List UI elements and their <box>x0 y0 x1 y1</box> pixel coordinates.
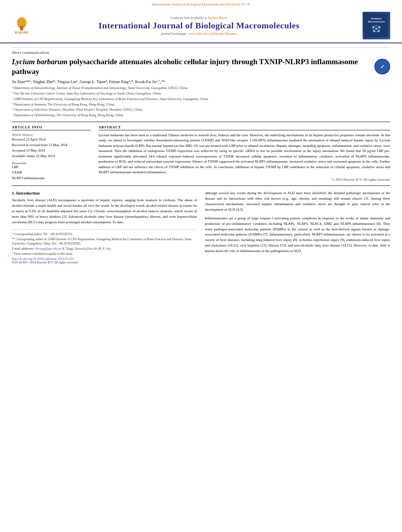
article-title: Lycium barbarum polysaccharide attenuate… <box>12 57 367 76</box>
biological-macromolecules-logo: Biological Macromolecules <box>365 14 388 37</box>
article-info-heading: ARTICLE INFO <box>12 125 91 130</box>
affiliation-d: ᵈ Department of Anatomy, The University … <box>12 102 390 107</box>
intro-number: 1. <box>12 191 15 195</box>
intro-title: 1. Introduction <box>12 191 197 195</box>
available-date: Available online 22 May 2014 <box>12 154 91 158</box>
journal-title: International Journal of Biological Macr… <box>35 20 363 31</box>
top-banner: International Journal of Biological Macr… <box>0 0 402 8</box>
article-content: Short communication Lycium barbarum poly… <box>0 43 402 268</box>
revised-date: Received in revised form 13 May 2014 <box>12 143 91 147</box>
affiliation-a: ᵃ Department of Immunobiology, Institute… <box>12 85 390 91</box>
main-body: 1. Introduction Alcoholic liver disease … <box>12 185 390 264</box>
affiliation-c: ᶜ GMH Institute of CNS Regeneration, Gua… <box>12 96 390 102</box>
affiliation-e: ᵉ Department of Infectious Diseases, She… <box>12 107 390 112</box>
svg-text:✓: ✓ <box>380 64 385 70</box>
journal-volume-info: International Journal of Biological Macr… <box>152 2 250 6</box>
journal-header-right: Biological Macromolecules <box>363 12 390 39</box>
svg-text:ELSEVIER: ELSEVIER <box>15 31 29 34</box>
body-col-right: although several key events during the d… <box>205 191 390 264</box>
email-label: E-mail addresses: <box>12 247 34 250</box>
homepage-url[interactable]: www.elsevier.com/locate/ijbiomac <box>188 32 237 35</box>
received-date: Received 22 April 2014 <box>12 137 91 141</box>
contents-line: Contents lists available at ScienceDirec… <box>35 16 363 20</box>
copyright-line: © 2014 Elsevier B.V. All rights reserved… <box>99 178 390 182</box>
accepted-date: Accepted 15 May 2014 <box>12 148 91 152</box>
keywords-section: Keywords: LBP TXNIP NLRP3 inflammasome <box>12 161 91 180</box>
email1-person: F. Xing <box>63 247 72 250</box>
footnote-note1: ¹ These authors contributed equally to t… <box>12 252 197 256</box>
journal-header-center: Contents lists available at ScienceDirec… <box>35 16 363 35</box>
page-wrapper: International Journal of Biological Macr… <box>0 0 402 532</box>
affiliation-f: ᶠ Department of Ophthalmology, The Unive… <box>12 113 390 118</box>
intro-label: Introduction <box>16 191 40 195</box>
abstract-col: ABSTRACT Lycium barbarum has been used a… <box>99 125 390 182</box>
homepage-text: journal homepage: <box>161 32 187 35</box>
footnotes: * Corresponding author. Tel.: +86 20 852… <box>12 229 197 264</box>
intro-paragraph2: although several key events during the d… <box>205 191 390 213</box>
title-area: Lycium barbarum polysaccharide attenuate… <box>12 57 390 76</box>
article-title-italic: Lycium barbarum <box>12 57 67 66</box>
crossmark-icon: ✓ <box>375 59 390 74</box>
footnote-corresponding1: * Corresponding author. Tel.: +86 20 852… <box>12 232 197 236</box>
journal-header-left: ELSEVIER <box>8 16 35 35</box>
affiliations: ᵃ Department of Immunobiology, Institute… <box>12 85 390 118</box>
sciencedirect-link[interactable]: ScienceDirect <box>208 16 227 20</box>
journal-header: ELSEVIER Contents lists available at Sci… <box>0 8 402 43</box>
svg-rect-2 <box>20 26 23 30</box>
affiliation-b: ᵇ Sun Yat-sen University Cancer Center, … <box>12 91 390 96</box>
article-info-col: ARTICLE INFO Article history: Received 2… <box>12 125 91 182</box>
keyword-lbp: LBP <box>12 165 91 169</box>
intro-paragraph1: Alcoholic liver disease (ALD) encompasse… <box>12 198 197 225</box>
elsevier-logo: ELSEVIER <box>8 16 35 35</box>
email2-person: K.-F. So <box>99 247 110 250</box>
body-col-left: 1. Introduction Alcoholic liver disease … <box>12 191 197 264</box>
authors: Jia Xiaoᵃᵈᵉ¹, Yinghui Zhuᵇ¹, Yingxia Liu… <box>12 80 390 84</box>
abstract-text: Lycium barbarum has been used as a tradi… <box>99 133 390 175</box>
keyword-nlrp3: NLRP3 inflammasome <box>12 176 91 180</box>
keywords-label: Keywords: <box>12 161 91 165</box>
two-col-section: ARTICLE INFO Article history: Received 2… <box>12 122 390 182</box>
footnote-emails: E-mail addresses: tifyxing@jnu.edu.cn (F… <box>12 247 197 251</box>
doi-line[interactable]: http://dx.doi.org/10.1016/j.ijbiomac.201… <box>12 257 197 261</box>
issn-line: 0141-8130/© 2014 Elsevier B.V. All right… <box>12 261 197 264</box>
svg-text:Macromolecules: Macromolecules <box>368 20 385 23</box>
email2-link[interactable]: hkmaski@hku.hk <box>75 247 97 250</box>
history-label: Article history: <box>12 133 91 137</box>
footnote-corresponding2: ** Corresponding author at: GMH Institut… <box>12 237 197 246</box>
intro-paragraph3: Inflammasomes are a group of large caspa… <box>205 216 390 254</box>
abstract-heading: ABSTRACT <box>99 125 390 130</box>
svg-text:Biological: Biological <box>371 17 382 20</box>
crossmark-logo: ✓ <box>374 59 390 74</box>
svg-point-8 <box>375 28 378 30</box>
svg-point-10 <box>379 26 381 28</box>
article-type: Short communication <box>12 47 390 55</box>
journal-logo-box: Biological Macromolecules <box>363 12 390 39</box>
journal-homepage: journal homepage: www.elsevier.com/locat… <box>35 32 363 35</box>
svg-point-9 <box>372 26 374 28</box>
keyword-txnip: TXNIP <box>12 171 91 174</box>
contents-text: Contents lists available at <box>171 16 207 20</box>
email1-link[interactable]: tifyxing@jnu.edu.cn <box>35 247 61 250</box>
